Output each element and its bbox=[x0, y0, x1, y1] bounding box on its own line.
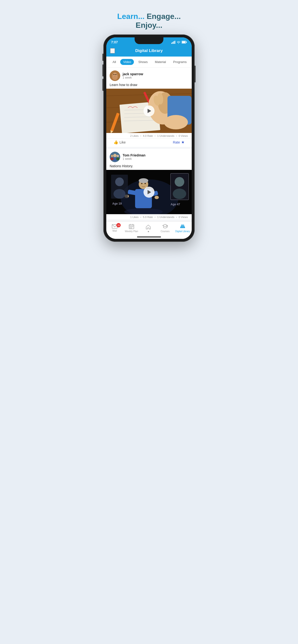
nav-item-courses[interactable]: Courses bbox=[159, 224, 172, 233]
user-info-jack: jack sparrow 1 week bbox=[123, 72, 188, 79]
battery-icon bbox=[182, 41, 187, 44]
app-title: Digital Library bbox=[135, 48, 163, 53]
phone-screen: 7:07 bbox=[106, 38, 192, 239]
nav-item-home[interactable] bbox=[142, 224, 155, 232]
video-thumb-2[interactable]: Age 19 Age 47 bbox=[106, 170, 192, 214]
post-time-tom: 1 week bbox=[123, 157, 188, 160]
rate-label-1: Rate bbox=[173, 140, 180, 144]
avatar-jack bbox=[110, 70, 120, 81]
bottom-nav: 11 Mail bbox=[106, 222, 192, 235]
nav-label-courses: Courses bbox=[161, 230, 169, 233]
nav-badge-mail: 11 bbox=[116, 223, 121, 227]
phone-button-vol-down bbox=[102, 79, 103, 91]
stats-row-2: 1 Likes • 5.0 Rate • 1 Understands • 0 V… bbox=[106, 214, 192, 220]
page-headline: Learn... Engage... Enjoy... bbox=[99, 5, 199, 34]
home-icon bbox=[145, 224, 151, 230]
nav-item-mail[interactable]: 11 Mail bbox=[108, 224, 121, 232]
svg-point-11 bbox=[115, 74, 116, 75]
svg-point-53 bbox=[113, 189, 125, 198]
stat-views-1: 0 Views bbox=[179, 134, 188, 137]
svg-rect-2 bbox=[174, 41, 174, 44]
svg-rect-1 bbox=[173, 42, 173, 44]
library-icon bbox=[180, 224, 186, 229]
svg-rect-69 bbox=[130, 228, 130, 228]
svg-rect-74 bbox=[181, 224, 184, 226]
page-wrapper: Learn... Engage... Enjoy... 7:07 bbox=[99, 5, 199, 242]
svg-rect-3 bbox=[175, 41, 175, 44]
phone-notch bbox=[135, 38, 163, 44]
svg-point-38 bbox=[117, 155, 119, 157]
nav-label-mail: Mail bbox=[112, 230, 117, 232]
headline-learn: Learn... bbox=[117, 12, 145, 20]
svg-point-47 bbox=[141, 183, 142, 184]
avatar-tom-img bbox=[110, 152, 120, 162]
nav-item-digital-library[interactable]: Digital Library bbox=[175, 224, 190, 233]
wifi-icon bbox=[177, 41, 181, 44]
post-card-2: Tom Friedman 1 week Nations History. bbox=[106, 149, 192, 220]
courses-icon bbox=[162, 224, 168, 229]
svg-rect-5 bbox=[182, 42, 186, 43]
tab-shows[interactable]: Shows bbox=[135, 59, 151, 65]
svg-point-36 bbox=[111, 155, 113, 157]
stat-likes-2: 1 Likes bbox=[130, 216, 139, 218]
filter-tabs: All Video Shows Material Programs bbox=[106, 56, 192, 68]
tab-video[interactable]: Video bbox=[120, 59, 134, 65]
stats-row-1: 2 Likes • 4.0 Rate • 1 Understands • 0 V… bbox=[106, 133, 192, 138]
svg-rect-68 bbox=[132, 226, 133, 227]
content-area: jack sparrow 1 week Learn how to draw bbox=[106, 68, 192, 222]
tab-material[interactable]: Material bbox=[152, 59, 169, 65]
stat-likes-1: 2 Likes bbox=[130, 134, 139, 137]
post-text-2: Nations History. bbox=[106, 164, 192, 170]
user-name-tom: Tom Friedman bbox=[123, 153, 188, 157]
home-bar bbox=[137, 236, 161, 238]
video-thumb-1[interactable] bbox=[106, 89, 192, 133]
svg-text:Age 47: Age 47 bbox=[171, 203, 180, 206]
like-button-1[interactable]: 👍 Like bbox=[113, 140, 126, 144]
status-icons bbox=[171, 41, 187, 44]
calendar-icon bbox=[129, 224, 134, 229]
post-card-1: jack sparrow 1 week Learn how to draw bbox=[106, 68, 192, 147]
nav-label-weekly-plan: Weekly Plan bbox=[125, 230, 138, 233]
stat-rate-2: 5.0 Rate bbox=[143, 216, 153, 218]
svg-point-10 bbox=[113, 74, 114, 75]
svg-point-43 bbox=[139, 178, 148, 183]
action-row-1: 👍 Like Rate ★ bbox=[106, 138, 192, 147]
svg-rect-70 bbox=[131, 228, 132, 228]
play-button-2[interactable] bbox=[143, 187, 155, 198]
phone-frame: 7:07 bbox=[103, 34, 195, 242]
thumb-icon-1: 👍 bbox=[113, 140, 118, 144]
svg-point-12 bbox=[112, 77, 117, 80]
stat-understands-2: 1 Understands bbox=[157, 216, 175, 218]
svg-point-32 bbox=[164, 115, 188, 130]
post-text-1: Learn how to draw bbox=[106, 82, 192, 89]
tab-all[interactable]: All bbox=[110, 59, 119, 65]
nav-item-weekly-plan[interactable]: Weekly Plan bbox=[125, 224, 138, 233]
user-info-tom: Tom Friedman 1 week bbox=[123, 153, 188, 160]
tab-programs[interactable]: Programs bbox=[170, 59, 190, 65]
stat-understands-1: 1 Understands bbox=[157, 134, 175, 137]
svg-point-56 bbox=[175, 177, 184, 187]
svg-point-57 bbox=[173, 188, 186, 199]
like-label-1: Like bbox=[119, 140, 126, 144]
svg-rect-66 bbox=[130, 226, 130, 227]
star-icon-1: ★ bbox=[181, 140, 185, 144]
home-indicator bbox=[106, 235, 192, 239]
svg-point-48 bbox=[145, 183, 146, 184]
phone-button-mute bbox=[102, 54, 103, 61]
stat-views-2: 0 Views bbox=[179, 216, 188, 218]
rate-button-1[interactable]: Rate ★ bbox=[173, 140, 185, 144]
menu-button[interactable]: ☰ bbox=[110, 48, 115, 54]
phone-button-vol-up bbox=[102, 64, 103, 76]
user-name-jack: jack sparrow bbox=[123, 72, 188, 76]
post-header-2: Tom Friedman 1 week bbox=[106, 149, 192, 164]
phone-button-power bbox=[195, 66, 196, 82]
signal-icon bbox=[171, 41, 175, 44]
nav-label-digital-library: Digital Library bbox=[175, 230, 190, 233]
play-button-1[interactable] bbox=[143, 106, 155, 116]
svg-rect-67 bbox=[131, 226, 132, 227]
svg-rect-6 bbox=[186, 42, 187, 43]
svg-text:Age 19: Age 19 bbox=[112, 202, 122, 205]
post-header-1: jack sparrow 1 week bbox=[106, 68, 192, 82]
avatar-jack-img bbox=[110, 70, 120, 81]
status-time: 7:07 bbox=[111, 40, 118, 44]
